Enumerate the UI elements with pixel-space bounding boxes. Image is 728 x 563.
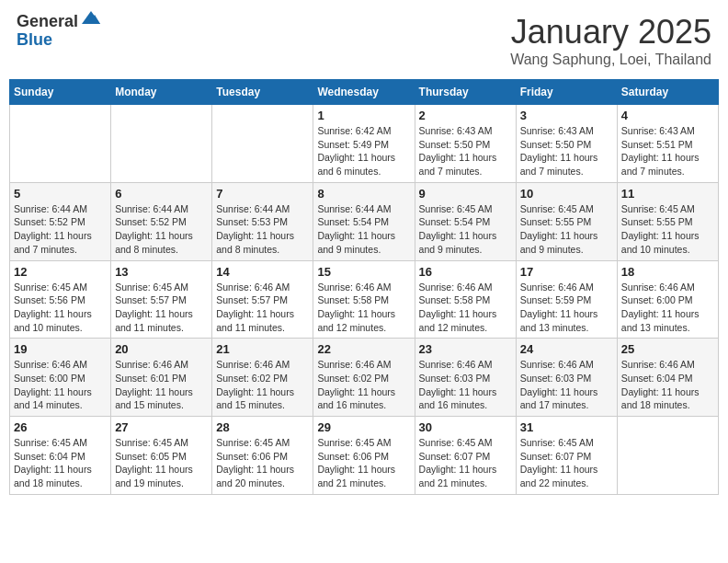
calendar-day-cell: 19Sunrise: 6:46 AMSunset: 6:00 PMDayligh… [10,339,111,417]
day-info: Sunrise: 6:45 AMSunset: 6:07 PMDaylight:… [520,436,613,490]
calendar-day-cell: 31Sunrise: 6:45 AMSunset: 6:07 PMDayligh… [516,417,617,495]
day-info: Sunrise: 6:45 AMSunset: 6:06 PMDaylight:… [216,436,309,490]
day-info: Sunrise: 6:45 AMSunset: 5:57 PMDaylight:… [115,281,208,335]
day-info: Sunrise: 6:46 AMSunset: 6:00 PMDaylight:… [14,358,107,412]
month-title: January 2025 [510,13,711,52]
day-info: Sunrise: 6:43 AMSunset: 5:50 PMDaylight:… [520,124,613,178]
day-info: Sunrise: 6:46 AMSunset: 5:59 PMDaylight:… [520,281,613,335]
weekday-header: Wednesday [313,80,415,105]
day-number: 12 [14,265,107,279]
day-number: 17 [520,265,613,279]
calendar-table: SundayMondayTuesdayWednesdayThursdayFrid… [9,79,719,495]
day-info: Sunrise: 6:45 AMSunset: 5:56 PMDaylight:… [14,281,107,335]
day-number: 3 [520,109,613,122]
calendar-day-cell: 18Sunrise: 6:46 AMSunset: 6:00 PMDayligh… [617,260,718,339]
day-info: Sunrise: 6:46 AMSunset: 6:02 PMDaylight:… [317,358,410,412]
day-info: Sunrise: 6:44 AMSunset: 5:53 PMDaylight:… [216,202,309,257]
day-number: 31 [520,420,613,434]
page-header: General Blue January 2025 Wang Saphung, … [9,9,719,72]
calendar-day-cell [111,105,212,183]
calendar-day-cell: 10Sunrise: 6:45 AMSunset: 5:55 PMDayligh… [516,182,617,260]
day-number: 23 [419,342,512,356]
day-number: 6 [115,187,208,201]
calendar-week-row: 1Sunrise: 6:42 AMSunset: 5:49 PMDaylight… [10,105,719,183]
day-info: Sunrise: 6:45 AMSunset: 5:54 PMDaylight:… [419,202,512,257]
calendar-day-cell: 2Sunrise: 6:43 AMSunset: 5:50 PMDaylight… [415,105,516,183]
location-title: Wang Saphung, Loei, Thailand [510,52,711,68]
calendar-week-row: 12Sunrise: 6:45 AMSunset: 5:56 PMDayligh… [10,260,719,339]
calendar-day-cell [212,105,313,183]
day-number: 22 [317,342,410,356]
calendar-day-cell: 8Sunrise: 6:44 AMSunset: 5:54 PMDaylight… [313,182,415,260]
day-info: Sunrise: 6:46 AMSunset: 6:01 PMDaylight:… [115,358,208,412]
weekday-header: Monday [111,80,212,105]
day-info: Sunrise: 6:43 AMSunset: 5:50 PMDaylight:… [419,124,512,178]
day-number: 7 [216,187,309,201]
day-info: Sunrise: 6:43 AMSunset: 5:51 PMDaylight:… [621,124,714,178]
weekday-header: Sunday [10,80,111,105]
day-number: 14 [216,265,309,279]
weekday-header: Friday [516,80,617,105]
day-info: Sunrise: 6:44 AMSunset: 5:54 PMDaylight:… [317,202,410,257]
calendar-day-cell: 21Sunrise: 6:46 AMSunset: 6:02 PMDayligh… [212,339,313,417]
day-number: 27 [115,420,208,434]
calendar-day-cell: 24Sunrise: 6:46 AMSunset: 6:03 PMDayligh… [516,339,617,417]
calendar-day-cell: 6Sunrise: 6:44 AMSunset: 5:52 PMDaylight… [111,182,212,260]
day-info: Sunrise: 6:46 AMSunset: 5:58 PMDaylight:… [317,281,410,335]
calendar-day-cell: 29Sunrise: 6:45 AMSunset: 6:06 PMDayligh… [313,417,415,495]
day-info: Sunrise: 6:45 AMSunset: 6:07 PMDaylight:… [419,436,512,490]
calendar-day-cell [10,105,111,183]
logo: General Blue [17,13,102,50]
day-number: 4 [621,109,714,122]
day-info: Sunrise: 6:44 AMSunset: 5:52 PMDaylight:… [14,202,107,257]
day-info: Sunrise: 6:45 AMSunset: 5:55 PMDaylight:… [520,202,613,257]
day-info: Sunrise: 6:46 AMSunset: 6:02 PMDaylight:… [216,358,309,412]
day-info: Sunrise: 6:44 AMSunset: 5:52 PMDaylight:… [115,202,208,257]
calendar-day-cell [617,417,718,495]
day-number: 29 [317,420,410,434]
calendar-week-row: 5Sunrise: 6:44 AMSunset: 5:52 PMDaylight… [10,182,719,260]
day-number: 16 [419,265,512,279]
day-number: 30 [419,420,512,434]
title-section: January 2025 Wang Saphung, Loei, Thailan… [510,13,711,68]
day-number: 25 [621,342,714,356]
day-info: Sunrise: 6:46 AMSunset: 5:58 PMDaylight:… [419,281,512,335]
weekday-header-row: SundayMondayTuesdayWednesdayThursdayFrid… [10,80,719,105]
day-info: Sunrise: 6:45 AMSunset: 6:04 PMDaylight:… [14,436,107,490]
day-number: 15 [317,265,410,279]
day-number: 8 [317,187,410,201]
calendar-day-cell: 4Sunrise: 6:43 AMSunset: 5:51 PMDaylight… [617,105,718,183]
day-info: Sunrise: 6:46 AMSunset: 5:57 PMDaylight:… [216,281,309,335]
calendar-day-cell: 27Sunrise: 6:45 AMSunset: 6:05 PMDayligh… [111,417,212,495]
logo-general-text: General [17,13,78,31]
day-number: 19 [14,342,107,356]
calendar-day-cell: 5Sunrise: 6:44 AMSunset: 5:52 PMDaylight… [10,182,111,260]
calendar-day-cell: 1Sunrise: 6:42 AMSunset: 5:49 PMDaylight… [313,105,415,183]
day-number: 21 [216,342,309,356]
calendar-day-cell: 17Sunrise: 6:46 AMSunset: 5:59 PMDayligh… [516,260,617,339]
day-number: 5 [14,187,107,201]
calendar-day-cell: 20Sunrise: 6:46 AMSunset: 6:01 PMDayligh… [111,339,212,417]
day-number: 2 [419,109,512,122]
day-info: Sunrise: 6:42 AMSunset: 5:49 PMDaylight:… [317,124,410,178]
calendar-day-cell: 9Sunrise: 6:45 AMSunset: 5:54 PMDaylight… [415,182,516,260]
weekday-header: Thursday [415,80,516,105]
day-info: Sunrise: 6:46 AMSunset: 6:03 PMDaylight:… [520,358,613,412]
logo-icon [80,7,102,29]
calendar-day-cell: 23Sunrise: 6:46 AMSunset: 6:03 PMDayligh… [415,339,516,417]
calendar-day-cell: 11Sunrise: 6:45 AMSunset: 5:55 PMDayligh… [617,182,718,260]
calendar-day-cell: 13Sunrise: 6:45 AMSunset: 5:57 PMDayligh… [111,260,212,339]
day-number: 1 [317,109,410,122]
calendar-week-row: 26Sunrise: 6:45 AMSunset: 6:04 PMDayligh… [10,417,719,495]
calendar-day-cell: 16Sunrise: 6:46 AMSunset: 5:58 PMDayligh… [415,260,516,339]
calendar-day-cell: 22Sunrise: 6:46 AMSunset: 6:02 PMDayligh… [313,339,415,417]
calendar-day-cell: 3Sunrise: 6:43 AMSunset: 5:50 PMDaylight… [516,105,617,183]
weekday-header: Saturday [617,80,718,105]
calendar-day-cell: 30Sunrise: 6:45 AMSunset: 6:07 PMDayligh… [415,417,516,495]
calendar-day-cell: 28Sunrise: 6:45 AMSunset: 6:06 PMDayligh… [212,417,313,495]
day-info: Sunrise: 6:45 AMSunset: 5:55 PMDaylight:… [621,202,714,257]
day-number: 9 [419,187,512,201]
day-info: Sunrise: 6:46 AMSunset: 6:00 PMDaylight:… [621,281,714,335]
calendar-day-cell: 25Sunrise: 6:46 AMSunset: 6:04 PMDayligh… [617,339,718,417]
day-info: Sunrise: 6:45 AMSunset: 6:05 PMDaylight:… [115,436,208,490]
